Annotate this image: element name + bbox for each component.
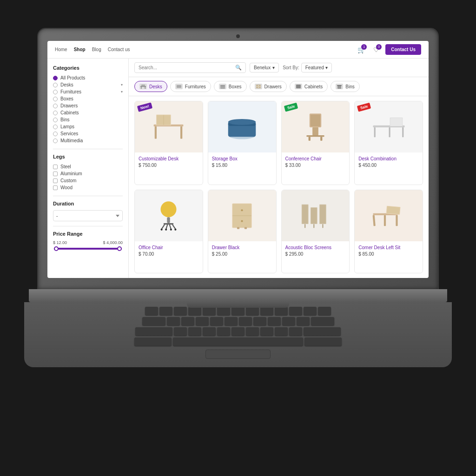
product-card-2[interactable]: Sale (281, 101, 350, 185)
svg-rect-32 (402, 127, 403, 137)
category-lamps[interactable]: Lamps (53, 123, 123, 130)
product-card-5[interactable]: Drawer Black $ 25.00 (208, 190, 277, 274)
key (188, 327, 201, 336)
sort-select[interactable]: Featured ▾ (301, 63, 332, 73)
product-info-5: Drawer Black $ 25.00 (208, 241, 276, 260)
product-image-7 (355, 190, 423, 241)
product-card-1[interactable]: Storage Box $ 15.80 (208, 101, 277, 185)
category-cabinets-label: Cabinets (60, 110, 79, 115)
key (297, 317, 310, 325)
category-drawers[interactable]: Drawers (53, 102, 123, 109)
nav-links: Home Shop Blog Contact us (55, 47, 346, 52)
category-bins-label: Bins (60, 117, 69, 122)
key (231, 327, 245, 336)
chevron-down-icon: ▾ (121, 83, 123, 87)
price-range-thumb-left[interactable] (54, 246, 59, 251)
tab-cabinets[interactable]: Cabinets (290, 81, 328, 92)
product-card-3[interactable]: Sale (354, 101, 423, 185)
touchpad[interactable] (205, 350, 271, 359)
key (239, 317, 252, 325)
svg-rect-62 (322, 224, 323, 228)
radio-drawers (53, 104, 58, 108)
key (304, 337, 342, 346)
category-multimedia[interactable]: Multimedia (53, 137, 123, 144)
tab-boxes[interactable]: Boxes (214, 81, 247, 92)
tab-bins[interactable]: Bins (331, 81, 359, 92)
region-selector[interactable]: Benelux ▾ (250, 63, 279, 73)
header-actions: 🛒 1 ♡ 0 Contact Us (356, 44, 421, 55)
wishlist-button[interactable]: ♡ 0 (370, 44, 382, 55)
key (231, 307, 245, 315)
key (304, 327, 341, 336)
category-boxes[interactable]: Boxes (53, 95, 123, 102)
product-card-0[interactable]: New! (134, 101, 203, 185)
sort-value: Featured ▾ (305, 65, 328, 70)
category-furnitures-expand: Furnitures ▾ (60, 89, 123, 94)
svg-rect-28 (309, 137, 311, 141)
boxes-tab-icon (219, 84, 226, 89)
product-info-2: Conference Chair $ 33.00 (282, 152, 350, 172)
leg-steel[interactable]: Steel (53, 163, 123, 170)
nav-shop[interactable]: Shop (74, 47, 86, 52)
svg-rect-29 (320, 137, 322, 141)
key (188, 307, 201, 315)
nav-contact[interactable]: Contact us (108, 47, 130, 52)
sort-area: Sort By: Featured ▾ (283, 63, 331, 73)
product-card-4[interactable]: Office Chair $ 70.00 (134, 190, 203, 274)
key (135, 327, 172, 336)
tab-drawers-label: Drawers (264, 84, 282, 89)
category-cabinets[interactable]: Cabinets (53, 109, 123, 116)
product-name-3: Desk Combination (358, 156, 419, 161)
product-name-7: Corner Desk Left Sit (358, 245, 419, 250)
bins-tab-icon (336, 84, 343, 89)
svg-rect-65 (396, 215, 397, 225)
svg-point-46 (175, 228, 177, 230)
key (246, 327, 259, 336)
category-all-products[interactable]: All Products (53, 74, 123, 81)
radio-multimedia (53, 139, 58, 143)
svg-rect-38 (164, 223, 173, 224)
product-price-6: $ 295.00 (285, 251, 346, 257)
category-furnitures[interactable]: Furnitures ▾ (53, 88, 123, 95)
product-info-6: Acoustic Bloc Screens $ 295.00 (282, 241, 350, 260)
leg-wood[interactable]: Wood (53, 184, 123, 191)
product-price-3: $ 450.00 (358, 163, 419, 168)
tab-desks[interactable]: Desks (134, 81, 167, 92)
nav-blog[interactable]: Blog (92, 47, 101, 52)
radio-services (53, 132, 58, 136)
radio-lamps (53, 125, 58, 129)
search-input[interactable] (139, 65, 232, 70)
leg-custom[interactable]: Custom (53, 177, 123, 184)
laptop-camera (236, 34, 240, 38)
key (253, 317, 266, 325)
product-illustration-1 (222, 108, 262, 145)
category-drawers-label: Drawers (60, 103, 78, 108)
cart-button[interactable]: 🛒 1 (356, 44, 367, 55)
search-box[interactable]: 🔍 (134, 62, 246, 73)
product-illustration-7 (369, 197, 409, 234)
laptop-screen: Home Shop Blog Contact us 🛒 1 ♡ 0 (47, 41, 429, 278)
svg-rect-33 (389, 127, 390, 137)
category-desks-label: Desks (60, 82, 73, 87)
key (311, 317, 334, 325)
svg-rect-11 (296, 85, 301, 88)
price-range-thumb-right[interactable] (117, 246, 122, 251)
tab-drawers[interactable]: Drawers (250, 81, 287, 92)
product-price-1: $ 15.80 (212, 163, 272, 168)
svg-rect-4 (177, 85, 181, 88)
product-price-4: $ 70.00 (139, 251, 199, 257)
product-card-6[interactable]: Acoustic Bloc Screens $ 295.00 (281, 190, 350, 274)
categories-title: Categories (53, 65, 123, 71)
category-desks[interactable]: Desks ▾ (53, 81, 123, 88)
leg-aluminium[interactable]: Aluminium (53, 170, 123, 177)
contact-us-button[interactable]: Contact Us (385, 44, 421, 55)
category-services[interactable]: Services (53, 130, 123, 137)
product-card-7[interactable]: Corner Desk Left Sit $ 85.00 (354, 190, 423, 274)
nav-home[interactable]: Home (55, 47, 67, 52)
duration-select[interactable]: - (53, 210, 123, 221)
tab-furnitures[interactable]: Furnitures (170, 81, 211, 92)
sidebar: Categories All Products Desks ▾ (47, 59, 129, 278)
checkbox-wood (53, 185, 58, 190)
product-image-5 (208, 190, 276, 241)
category-bins[interactable]: Bins (53, 116, 123, 123)
